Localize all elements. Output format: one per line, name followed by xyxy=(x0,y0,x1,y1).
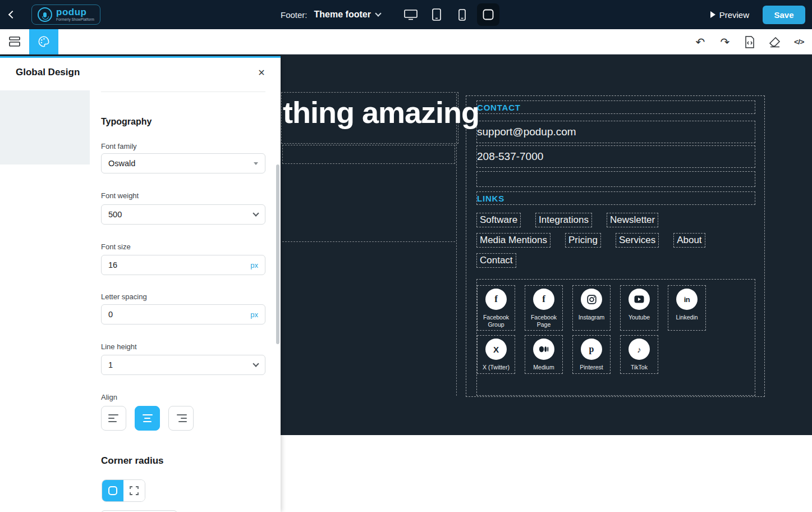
clear-styles-button[interactable] xyxy=(766,34,783,51)
hidden-element-outline[interactable] xyxy=(282,145,455,164)
social-icons-block[interactable]: f Facebook Group f Facebook Page Instagr… xyxy=(476,279,755,396)
contact-heading[interactable]: CONTACT xyxy=(476,100,755,114)
align-right-icon xyxy=(176,414,187,423)
font-weight-label: Font weight xyxy=(101,191,139,200)
font-weight-select[interactable]: 500 xyxy=(101,204,265,225)
close-button[interactable]: ✕ xyxy=(255,66,268,79)
social-label: Medium xyxy=(533,364,554,371)
footer-link[interactable]: Services xyxy=(616,233,659,248)
panel-scrollbar[interactable] xyxy=(276,164,279,344)
radius-custom-button[interactable] xyxy=(123,480,145,501)
mobile-view-button[interactable] xyxy=(451,3,474,26)
podup-logo-icon xyxy=(38,7,52,22)
topbar: podup Formerly ShowPlatform Footer: Them… xyxy=(0,0,812,29)
letter-spacing-input[interactable] xyxy=(108,310,246,319)
mobile-icon xyxy=(458,9,466,21)
corner-radius-heading: Corner radius xyxy=(101,455,163,467)
social-item-x-twitter[interactable]: X X (Twitter) xyxy=(477,335,515,374)
global-design-panel: Global Design ✕ Typography Font family O… xyxy=(0,56,281,512)
rounded-square-icon xyxy=(108,486,117,495)
medium-icon xyxy=(533,339,554,360)
social-item-pinterest[interactable]: p Pinterest xyxy=(572,335,611,374)
social-item-instagram[interactable]: Instagram xyxy=(572,285,611,331)
footer-link[interactable]: Pricing xyxy=(565,233,601,248)
code-view-button[interactable]: </> xyxy=(791,34,808,51)
tiktok-icon: ♪ xyxy=(629,339,650,360)
footer-link[interactable]: Software xyxy=(476,213,521,227)
facebook-icon: f xyxy=(485,289,507,310)
pinterest-icon: p xyxy=(581,339,602,360)
align-center-button[interactable] xyxy=(135,406,160,431)
pages-panel-button[interactable] xyxy=(0,29,29,54)
empty-block-outline[interactable] xyxy=(476,171,755,187)
contact-phone[interactable]: 208-537-7000 xyxy=(476,145,755,168)
code-icon: </> xyxy=(794,38,804,46)
logo-text: podup xyxy=(56,7,94,17)
social-label: Linkedin xyxy=(676,314,698,321)
social-label: Facebook Page xyxy=(526,314,561,328)
footer-link[interactable]: About xyxy=(673,233,705,248)
save-button[interactable]: Save xyxy=(763,6,805,24)
footer-select[interactable]: Theme footer xyxy=(312,6,383,23)
footer-link[interactable]: Integrations xyxy=(535,213,592,227)
social-item-facebook-page[interactable]: f Facebook Page xyxy=(525,285,563,331)
align-center-icon xyxy=(142,414,153,423)
redo-button[interactable]: ↷ xyxy=(717,34,733,51)
global-design-button[interactable] xyxy=(29,29,58,54)
hero-heading[interactable]: thing amazing xyxy=(283,95,479,130)
app-logo: podup Formerly ShowPlatform xyxy=(31,4,100,25)
footer-link[interactable]: Media Mentions xyxy=(476,233,550,248)
font-family-select[interactable]: Oswald xyxy=(101,153,265,173)
letter-spacing-label: Letter spacing xyxy=(101,292,147,301)
font-size-label: Font size xyxy=(101,243,131,251)
page-code-button[interactable] xyxy=(741,34,758,51)
desktop-icon xyxy=(403,8,418,21)
panel-divider xyxy=(101,92,265,92)
panel-side-block xyxy=(0,90,90,164)
align-buttons xyxy=(101,406,194,431)
line-height-select[interactable]: 1 xyxy=(101,355,265,375)
social-item-youtube[interactable]: Youtube xyxy=(620,285,658,331)
tablet-view-button[interactable] xyxy=(425,3,448,26)
align-left-icon xyxy=(108,414,120,423)
typography-heading: Typography xyxy=(101,117,152,127)
footer-column[interactable]: CONTACT support@podup.com 208-537-7000 L… xyxy=(466,95,765,397)
social-item-tiktok[interactable]: ♪ TikTok xyxy=(620,335,658,374)
contact-email[interactable]: support@podup.com xyxy=(476,121,755,143)
desktop-view-button[interactable] xyxy=(400,3,422,26)
social-item-linkedin[interactable]: in Linkedin xyxy=(668,285,706,331)
social-label: Pinterest xyxy=(580,364,603,371)
radius-rounded-button[interactable] xyxy=(102,480,123,501)
social-item-medium[interactable]: Medium xyxy=(525,335,563,374)
youtube-icon xyxy=(629,289,650,310)
social-label: X (Twitter) xyxy=(483,364,510,371)
social-item-facebook-group[interactable]: f Facebook Group xyxy=(477,285,515,331)
back-button[interactable] xyxy=(0,0,25,29)
fullwidth-view-button[interactable] xyxy=(477,3,499,26)
footer-link[interactable]: Newsletter xyxy=(607,213,658,227)
font-size-input[interactable] xyxy=(108,260,246,269)
letter-spacing-unit: px xyxy=(250,310,258,319)
element-divider-outline xyxy=(282,241,455,242)
chevron-down-icon xyxy=(253,210,259,216)
links-heading[interactable]: LINKS xyxy=(476,191,755,205)
line-height-value: 1 xyxy=(108,360,254,369)
undo-button[interactable]: ↶ xyxy=(692,34,709,51)
close-icon: ✕ xyxy=(258,67,265,78)
preview-button[interactable]: Preview xyxy=(710,10,749,20)
footer-link[interactable]: Contact xyxy=(476,253,516,268)
align-right-button[interactable] xyxy=(168,406,194,431)
eraser-icon xyxy=(768,36,781,48)
redo-icon: ↷ xyxy=(721,35,730,49)
chevron-left-icon xyxy=(8,11,16,19)
x-twitter-icon: X xyxy=(485,339,507,360)
font-size-unit: px xyxy=(250,261,258,269)
device-switcher xyxy=(400,3,499,26)
align-left-button[interactable] xyxy=(101,406,126,431)
caret-down-icon xyxy=(254,162,258,165)
footer-links: Software Integrations Newsletter Media M… xyxy=(476,213,755,268)
corners-icon xyxy=(130,486,139,495)
footer-select-value: Theme footer xyxy=(314,10,371,20)
line-height-label: Line height xyxy=(101,342,137,351)
editor-toolbar: ↶ ↷ </> xyxy=(0,29,812,54)
